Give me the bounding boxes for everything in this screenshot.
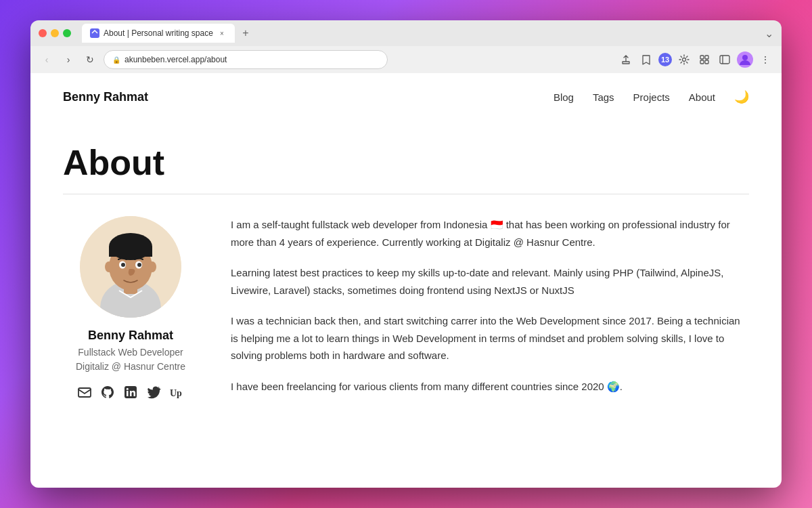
site-nav: Benny Rahmat Blog Tags Projects About 🌙 [30,73,782,121]
address-bar: ‹ › ↻ 🔒 akunbeben.vercel.app/about 13 [30,46,782,73]
bio-column: I am a self-taught fullstack web develop… [231,216,749,408]
tab-title: About | Personal writing space [104,28,213,38]
svg-point-15 [105,261,113,272]
settings-icon[interactable] [676,51,692,68]
svg-point-7 [742,55,748,60]
about-section: Benny Rahmat Fullstack Web Developer Dig… [63,216,749,408]
nav-blog[interactable]: Blog [554,91,574,103]
site-logo[interactable]: Benny Rahmat [63,90,148,104]
bio-paragraph-4: I have been freelancing for various clie… [231,378,749,396]
nav-projects[interactable]: Projects [633,91,670,103]
url-text: akunbeben.vercel.app/about [125,55,227,64]
share-icon[interactable] [618,51,634,68]
profile-avatar[interactable] [737,51,753,68]
browser-menu-icon[interactable]: ⋮ [757,51,773,68]
avatar-image [80,216,181,318]
svg-rect-6 [720,56,729,64]
bookmark-icon[interactable] [638,51,654,68]
active-tab[interactable]: About | Personal writing space × [82,24,235,43]
content-divider [63,194,749,194]
forward-button[interactable]: › [60,51,76,68]
profile-name: Benny Rahmat [88,329,173,343]
bio-paragraph-1: I am a self-taught fullstack web develop… [231,216,749,251]
nav-links: Blog Tags Projects About 🌙 [554,89,749,104]
svg-rect-14 [109,247,152,257]
svg-rect-21 [78,388,91,397]
profile-column: Benny Rahmat Fullstack Web Developer Dig… [63,216,198,400]
svg-rect-23 [127,391,129,396]
email-icon[interactable] [77,385,92,400]
linkedin-icon[interactable] [123,385,138,400]
svg-rect-3 [705,56,708,59]
svg-point-19 [121,263,125,267]
dark-mode-toggle[interactable]: 🌙 [734,89,749,104]
browser-actions: 13 ⋮ [618,51,773,68]
nav-tags[interactable]: Tags [593,91,614,103]
svg-point-24 [127,388,129,390]
avatar [80,216,181,318]
nav-about[interactable]: About [689,91,715,103]
page-title: About [63,142,749,183]
main-content: About [30,121,782,441]
svg-point-16 [148,261,156,272]
back-button[interactable]: ‹ [39,51,55,68]
tab-area: About | Personal writing space × + [82,24,759,43]
sidebar-icon[interactable] [717,51,733,68]
svg-point-20 [137,263,141,267]
url-bar[interactable]: 🔒 akunbeben.vercel.app/about [104,50,388,69]
refresh-button[interactable]: ↻ [82,51,98,68]
new-tab-button[interactable]: + [238,25,254,41]
bio-paragraph-3: I was a technician back then, and start … [231,312,749,364]
close-button[interactable] [39,29,47,37]
svg-point-1 [683,58,686,62]
lock-icon: 🔒 [112,56,120,64]
svg-rect-5 [705,60,708,64]
upwork-icon[interactable]: Up [169,385,184,400]
extensions-icon[interactable] [696,51,713,68]
bio-paragraph-2: Learning latest best practices to keep m… [231,264,749,299]
tab-close-button[interactable]: × [217,28,227,38]
page-content: Benny Rahmat Blog Tags Projects About 🌙 … [30,73,782,488]
title-bar: About | Personal writing space × + ⌄ [30,20,782,46]
profile-title: Fullstack Web Developer Digitaliz @ Hasn… [76,345,185,374]
svg-rect-2 [700,56,704,59]
svg-text:Up: Up [170,388,182,398]
window-menu-button[interactable]: ⌄ [765,27,773,40]
tab-favicon [90,28,99,38]
github-icon[interactable] [100,385,115,400]
svg-rect-4 [700,60,704,64]
minimize-button[interactable] [51,29,59,37]
social-links: Up [77,385,184,400]
twitter-icon[interactable] [146,385,161,400]
maximize-button[interactable] [63,29,71,37]
browser-window: About | Personal writing space × + ⌄ ‹ ›… [30,20,782,488]
extension-badge[interactable]: 13 [658,53,672,66]
traffic-lights [39,29,71,37]
